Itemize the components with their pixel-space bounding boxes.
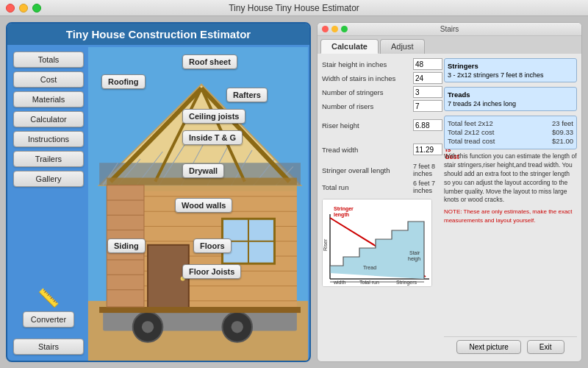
roofing-button[interactable]: Roofing [101, 74, 146, 89]
right-maximize[interactable] [341, 26, 348, 32]
stair-width-label: Width of stairs in inches [322, 74, 410, 82]
sidebar-buttons: Totals Cost Materials Calculator Instruc… [13, 52, 84, 187]
svg-text:length: length [334, 212, 349, 218]
riser-height-input[interactable] [413, 119, 442, 131]
floors-button[interactable]: Floors [193, 238, 232, 253]
treads-value: 7 treads 24 inches long [448, 100, 573, 107]
right-traffic-lights [322, 26, 348, 32]
description-note: NOTE: These are only estimates, make the… [444, 208, 577, 224]
tread-width-label: Tread width [322, 146, 410, 154]
maximize-button[interactable] [32, 4, 41, 13]
house-illustration: Roof sheet Rafters Roofing Ceiling joist… [87, 47, 309, 361]
svg-text:Stair: Stair [409, 250, 420, 255]
titlebar: Tiny House Tiny House Estimator [0, 0, 588, 16]
tabs-row: Calculate Adjust [318, 36, 581, 54]
right-minimize[interactable] [331, 26, 338, 32]
close-button[interactable] [6, 4, 15, 13]
tread-cost-label: Total tread cost [448, 137, 495, 145]
svg-point-4 [142, 321, 154, 333]
stairs-button-area: Stairs [13, 339, 84, 355]
calc-content: Stair height in inches Width of stairs i… [318, 54, 581, 361]
total-run-value: 6 feet 7 inches [413, 180, 440, 194]
description-content: With this function you can estimate the … [444, 152, 577, 203]
total-feet-label: Total feet 2x12 [448, 119, 493, 127]
field-stringer-length: Stringer overall length 7 feet 8 inches [322, 163, 440, 177]
field-riser-height: Riser height 7-8 is best [322, 114, 440, 136]
bottom-buttons: Next picture Exit [444, 336, 577, 357]
cost-button[interactable]: Cost [13, 71, 84, 88]
right-title: Stairs [440, 25, 459, 33]
tab-adjust[interactable]: Adjust [380, 39, 425, 54]
field-num-risers: Number of risers [322, 100, 440, 112]
wood-walls-button[interactable]: Wood walls [175, 198, 232, 213]
total-feet-value: 23 feet [552, 119, 573, 127]
total-run-label: Total run [322, 183, 410, 191]
tab-calculate[interactable]: Calculate [320, 39, 379, 54]
roof-sheet-button[interactable]: Roof sheet [182, 54, 237, 69]
right-panel: Stairs Calculate Adjust Stair height in … [317, 22, 582, 362]
field-tread-width: Tread width 9-12 is best [322, 138, 440, 160]
next-picture-button[interactable]: Next picture [456, 340, 520, 354]
inside-tg-button[interactable]: Inside T & G [182, 130, 243, 145]
siding-button[interactable]: Siding [107, 238, 146, 253]
riser-height-label: Riser height [322, 121, 410, 130]
materials-button[interactable]: Materials [13, 91, 84, 107]
svg-text:heigh: heigh [408, 256, 420, 262]
right-titlebar: Stairs [318, 23, 581, 36]
svg-text:Stringer: Stringer [334, 206, 354, 212]
right-close[interactable] [322, 26, 329, 32]
svg-text:Tread: Tread [363, 265, 376, 270]
num-stringers-input[interactable] [413, 86, 442, 98]
svg-text:→: → [363, 280, 368, 285]
field-stair-height: Stair height in inches [322, 58, 440, 70]
field-num-stringers: Number of stringers [322, 86, 440, 98]
field-total-run: Total run 6 feet 7 inches [322, 180, 440, 194]
traffic-lights [6, 4, 41, 13]
drywall-button[interactable]: Drywall [182, 163, 224, 178]
svg-text:Stringers: Stringers [396, 280, 417, 286]
floor-joists-button[interactable]: Floor Joists [182, 264, 241, 279]
exit-button[interactable]: Exit [527, 340, 564, 354]
main-content: Tiny House Construction Estimator Totals… [0, 16, 588, 368]
stringers-title: Stringers [448, 62, 573, 70]
window-title: Tiny House Tiny House Estimator [229, 3, 359, 13]
svg-rect-31 [107, 178, 297, 185]
stringer-length-label: Stringer overall length [322, 166, 410, 174]
trailers-button[interactable]: Trailers [13, 151, 84, 167]
stringers-box: Stringers 3 - 2x12 stringers 7 feet 8 in… [444, 58, 577, 82]
tread-width-input[interactable] [413, 144, 442, 155]
ruler-icon: 📏 [37, 288, 60, 308]
total-cost-label: Total 2x12 cost [448, 128, 494, 136]
svg-rect-38 [99, 307, 301, 313]
total-cost-row: Total 2x12 cost $09.33 [448, 128, 573, 136]
calculator-button[interactable]: Calculator [13, 111, 84, 127]
panel-title: Tiny House Construction Estimator [7, 24, 309, 45]
num-risers-input[interactable] [413, 100, 442, 112]
tread-cost-row: Total tread cost $21.00 [448, 137, 573, 145]
num-risers-label: Number of risers [322, 102, 410, 110]
totals-button[interactable]: Totals [13, 52, 84, 68]
svg-text:Riser: Riser [323, 238, 328, 251]
rafters-button[interactable]: Rafters [226, 88, 268, 102]
tread-cost-value: $21.00 [552, 137, 573, 145]
ceiling-joists-button[interactable]: Ceiling joists [182, 109, 245, 124]
converter-button[interactable]: Converter [23, 311, 74, 328]
field-stair-width: Width of stairs in inches [322, 72, 440, 84]
total-cost-value: $09.33 [552, 128, 573, 136]
treads-box: Treads 7 treads 24 inches long [444, 87, 577, 111]
stairs-button[interactable]: Stairs [13, 339, 84, 355]
cost-results-box: Total feet 2x12 23 feet Total 2x12 cost … [444, 116, 577, 149]
stair-height-input[interactable] [413, 58, 442, 70]
stair-width-input[interactable] [413, 72, 442, 84]
stringer-length-value: 7 feet 8 inches [413, 163, 440, 177]
minimize-button[interactable] [19, 4, 28, 13]
treads-title: Treads [448, 91, 573, 99]
gallery-button[interactable]: Gallery [13, 171, 84, 187]
description-text: With this function you can estimate the … [444, 152, 577, 333]
svg-point-6 [232, 321, 243, 333]
calc-inputs: Stair height in inches Width of stairs i… [322, 58, 440, 357]
converter-area: 📏 Converter [13, 288, 84, 328]
instructions-button[interactable]: Instructions [13, 131, 84, 147]
stair-height-label: Stair height in inches [322, 60, 410, 68]
total-feet-row: Total feet 2x12 23 feet [448, 119, 573, 127]
